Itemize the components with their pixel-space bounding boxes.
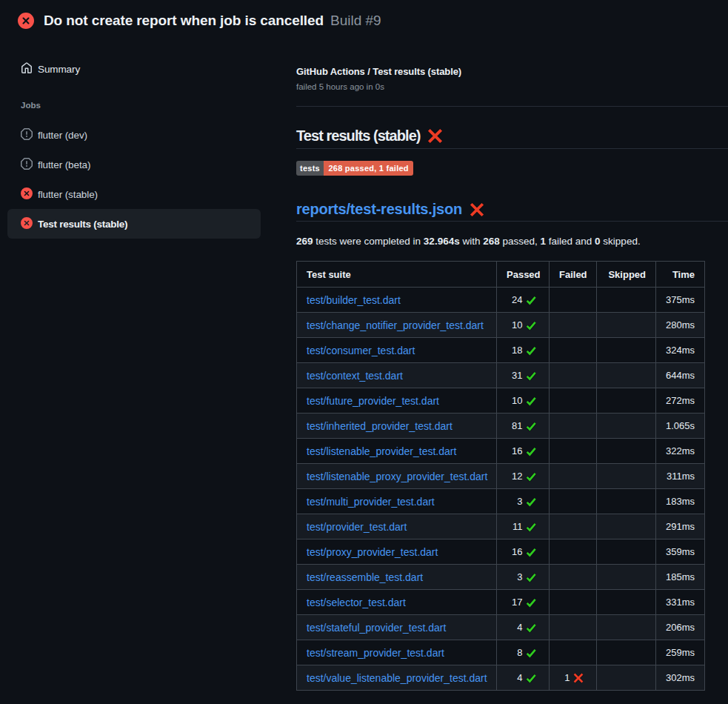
passed-cell: 12 [497,464,550,489]
test-suite-link[interactable]: test/listenable_provider_test.dart [307,445,456,457]
cross-mark-icon [427,128,443,144]
time-cell: 324ms [656,338,705,363]
check-mark-icon [526,446,536,456]
sidebar-item-summary[interactable]: Summary [7,54,261,84]
summary-text: with [460,236,484,247]
test-suite-link[interactable]: test/multi_provider_test.dart [307,496,435,508]
failed-cell [550,288,597,313]
build-number: Build #9 [330,13,381,28]
column-header-passed: Passed [497,262,550,288]
test-suite-link[interactable]: test/inherited_provider_test.dart [307,420,453,432]
report-body: Test results (stable) tests 268 passed, … [296,125,728,691]
sidebar-summary-label: Summary [38,64,80,75]
skipped-cell [597,565,656,590]
test-suite-link[interactable]: test/future_provider_test.dart [307,395,439,407]
check-mark-icon [526,572,536,582]
passed-count: 11 [512,521,523,532]
check-mark-icon [526,320,536,331]
skipped-cell [597,464,656,489]
check-mark-icon [526,622,536,633]
test-suite-cell: test/context_test.dart [297,363,497,388]
passed-cell: 10 [497,388,550,414]
skipped-cell [597,539,656,565]
job-label: flutter (beta) [38,159,90,170]
sidebar-item-job[interactable]: flutter (stable) [7,179,261,209]
passed-cell: 31 [497,363,550,388]
test-suite-link[interactable]: test/provider_test.dart [307,521,407,533]
test-suite-link[interactable]: test/selector_test.dart [307,597,406,608]
test-suite-link[interactable]: test/stream_provider_test.dart [307,647,444,659]
test-suite-link[interactable]: test/change_notifier_provider_test.dart [307,319,484,331]
time-cell: 311ms [656,464,705,489]
passed-cell: 16 [497,439,550,464]
test-suite-cell: test/listenable_proxy_provider_test.dart [297,464,497,489]
passed-cell: 11 [497,514,550,539]
passed-count: 24 [512,294,522,305]
check-mark-icon [526,673,536,683]
skipped-cell [597,439,656,464]
test-suite-link[interactable]: test/context_test.dart [307,370,403,382]
skipped-cell [597,313,656,338]
passed-count: 8 [517,647,522,658]
test-suite-link[interactable]: test/builder_test.dart [307,294,401,306]
check-mark-icon [526,396,536,406]
passed-count: 3 [517,571,522,582]
check-mark-icon [526,497,536,507]
main-content: GitHub Actions / Test results (stable) f… [296,41,728,691]
sidebar-item-job[interactable]: flutter (beta) [7,150,261,179]
failed-cell [550,514,597,539]
summary-text: 32.964s [424,236,460,247]
header-divider [296,106,728,107]
test-suite-link[interactable]: test/value_listenable_provider_test.dart [307,672,487,684]
failed-cell [550,489,597,514]
table-row: test/change_notifier_provider_test.dart1… [297,313,705,338]
sidebar-item-job[interactable]: flutter (dev) [7,120,261,150]
table-row: test/context_test.dart31644ms [297,363,705,388]
run-title-text: Do not create report when job is cancell… [44,13,324,28]
passed-count: 16 [512,445,522,456]
skipped-cell [597,363,656,388]
skipped-cell [597,388,656,414]
results-table: Test suite Passed Failed Skipped Time te… [296,261,705,691]
test-suite-cell: test/builder_test.dart [297,288,497,313]
passed-count: 3 [517,496,522,507]
test-suite-link[interactable]: test/stateful_provider_test.dart [307,622,446,634]
time-cell: 259ms [656,640,705,665]
time-cell: 185ms [656,565,705,590]
test-suite-link[interactable]: test/consumer_test.dart [307,345,415,356]
check-header: GitHub Actions / Test results (stable) f… [296,41,728,93]
table-row: test/provider_test.dart11291ms [297,514,705,539]
summary-text: 269 [296,236,313,247]
skipped-cell [597,590,656,615]
failed-cell [550,590,597,615]
passed-count: 81 [512,420,522,431]
test-suite-link[interactable]: test/listenable_proxy_provider_test.dart [307,471,487,482]
skipped-cell [597,640,656,665]
status-line: failed 5 hours ago in 0s [296,80,728,93]
check-mark-icon [526,295,536,305]
test-suite-link[interactable]: test/reassemble_test.dart [307,571,423,583]
failed-cell [550,464,597,489]
test-suite-link[interactable]: test/proxy_provider_test.dart [307,546,438,558]
table-row: test/reassemble_test.dart3185ms [297,565,705,590]
column-header-skipped: Skipped [597,262,656,288]
failed-cell: 1 [550,665,597,691]
passed-cell: 16 [497,539,550,565]
sidebar-item-job[interactable]: Test results (stable) [7,209,261,239]
time-cell: 302ms [656,665,705,691]
table-row: test/value_listenable_provider_test.dart… [297,665,705,691]
jobs-list: flutter (dev)flutter (beta)flutter (stab… [7,120,261,239]
summary-text: 0 [595,236,601,247]
column-header-time: Time [656,262,705,288]
check-mark-icon [526,421,536,431]
passed-cell: 81 [497,414,550,439]
badge-value: 268 passed, 1 failed [324,161,413,176]
summary-line: 269 tests were completed in 32.964s with… [296,233,728,249]
cross-mark-icon [573,673,584,683]
skipped-cell [597,489,656,514]
report-file-link[interactable]: reports/test-results.json [296,201,462,217]
test-suite-cell: test/value_listenable_provider_test.dart [297,665,497,691]
passed-cell: 10 [497,313,550,338]
skipped-cell [597,338,656,363]
passed-cell: 8 [497,640,550,665]
